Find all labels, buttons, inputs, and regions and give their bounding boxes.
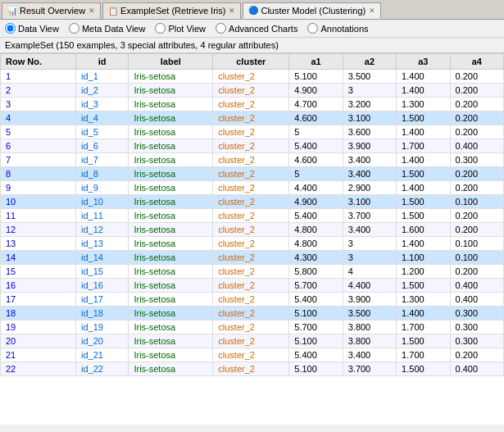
table-row: 20id_20Iris-setosacluster_25.1003.8001.5… (1, 334, 504, 348)
table-cell: 0.100 (450, 195, 503, 209)
tab-cluster-model[interactable]: 🔵 Cluster Model (Clustering) ✕ (243, 2, 381, 19)
tab-exampleset[interactable]: 📋 ExampleSet (Retrieve Iris) ✕ (102, 2, 241, 19)
table-cell: 17 (1, 293, 76, 307)
table-cell: 13 (1, 237, 76, 251)
dataset-info-text: ExampleSet (150 examples, 3 special attr… (5, 40, 279, 50)
table-cell: 1.400 (397, 84, 450, 98)
table-cell: 20 (1, 334, 76, 348)
meta-data-view-label: Meta Data View (82, 24, 145, 34)
view-options-bar: Data View Meta Data View Plot View Advan… (0, 20, 504, 38)
table-row: 7id_7Iris-setosacluster_24.6003.4001.400… (1, 153, 504, 167)
tab-cluster-model-close[interactable]: ✕ (369, 7, 375, 15)
table-cell: 1.500 (397, 167, 450, 181)
data-view-option[interactable]: Data View (5, 23, 59, 34)
meta-data-view-option[interactable]: Meta Data View (69, 23, 145, 34)
table-cell: 3.700 (343, 362, 396, 376)
table-cell: 4.400 (343, 279, 396, 293)
table-cell: Iris-setosa (129, 348, 213, 362)
table-cell: cluster_2 (213, 362, 289, 376)
tab-result-overview[interactable]: 📊 Result Overview ✕ (2, 2, 101, 19)
col-header-cluster: cluster (213, 54, 289, 70)
col-header-a2: a2 (343, 54, 396, 70)
table-cell: 5 (1, 125, 76, 139)
table-cell: 2 (1, 84, 76, 98)
col-header-a3: a3 (397, 54, 450, 70)
table-cell: cluster_2 (213, 195, 289, 209)
table-cell: 1.500 (397, 111, 450, 125)
advanced-charts-option[interactable]: Advanced Charts (216, 23, 297, 34)
table-cell: 0.400 (450, 279, 503, 293)
table-cell: 10 (1, 195, 76, 209)
table-cell: cluster_2 (213, 153, 289, 167)
table-cell: id_18 (75, 307, 128, 321)
table-row: 8id_8Iris-setosacluster_253.4001.5000.20… (1, 167, 504, 181)
plot-view-label: Plot View (168, 24, 206, 34)
table-cell: 4.600 (289, 153, 343, 167)
table-cell: Iris-setosa (129, 70, 213, 84)
table-row: 5id_5Iris-setosacluster_253.6001.4000.20… (1, 125, 504, 139)
table-cell: 5.700 (289, 321, 343, 334)
table-row: 2id_2Iris-setosacluster_24.90031.4000.20… (1, 84, 504, 98)
table-cell: id_14 (75, 251, 128, 265)
table-row: 3id_3Iris-setosacluster_24.7003.2001.300… (1, 98, 504, 111)
table-cell: id_7 (75, 153, 128, 167)
table-cell: 1 (1, 70, 76, 84)
table-cell: 0.200 (450, 209, 503, 223)
table-cell: 5.800 (289, 265, 343, 279)
table-cell: cluster_2 (213, 181, 289, 195)
table-cell: 3 (343, 237, 396, 251)
table-cell: Iris-setosa (129, 111, 213, 125)
table-cell: 1.400 (397, 307, 450, 321)
table-cell: 18 (1, 307, 76, 321)
annotations-radio[interactable] (307, 23, 318, 34)
table-cell: 0.300 (450, 321, 503, 334)
table-cell: 1.700 (397, 321, 450, 334)
table-row: 16id_16Iris-setosacluster_25.7004.4001.5… (1, 279, 504, 293)
table-cell: 1.700 (397, 139, 450, 153)
plot-view-radio[interactable] (155, 23, 166, 34)
table-cell: 0.200 (450, 181, 503, 195)
table-row: 18id_18Iris-setosacluster_25.1003.5001.4… (1, 307, 504, 321)
data-table: Row No. id label cluster a1 a2 a3 a4 1id… (0, 53, 504, 376)
table-cell: id_1 (75, 70, 128, 84)
plot-view-option[interactable]: Plot View (155, 23, 206, 34)
table-cell: 9 (1, 181, 76, 195)
table-cell: 0.200 (450, 167, 503, 181)
col-header-label: label (129, 54, 213, 70)
annotations-label: Annotations (320, 24, 368, 34)
table-cell: cluster_2 (213, 70, 289, 84)
table-cell: 0.200 (450, 223, 503, 237)
tab-cluster-model-label: Cluster Model (Clustering) (261, 6, 366, 16)
tab-result-overview-close[interactable]: ✕ (89, 7, 95, 15)
table-cell: Iris-setosa (129, 293, 213, 307)
table-cell: cluster_2 (213, 334, 289, 348)
tab-exampleset-close[interactable]: ✕ (229, 7, 235, 15)
table-cell: id_17 (75, 293, 128, 307)
table-cell: 4.900 (289, 195, 343, 209)
table-cell: 3 (343, 84, 396, 98)
table-cell: id_11 (75, 209, 128, 223)
table-cell: 1.500 (397, 209, 450, 223)
meta-data-view-radio[interactable] (69, 23, 79, 34)
table-cell: id_12 (75, 223, 128, 237)
table-cell: 1.500 (397, 334, 450, 348)
table-cell: 0.200 (450, 98, 503, 111)
table-cell: cluster_2 (213, 321, 289, 334)
table-cell: id_3 (75, 98, 128, 111)
advanced-charts-radio[interactable] (216, 23, 226, 34)
table-cell: 22 (1, 362, 76, 376)
table-cell: 1.600 (397, 223, 450, 237)
table-cell: 21 (1, 348, 76, 362)
result-overview-icon: 📊 (7, 7, 17, 16)
table-cell: 0.200 (450, 265, 503, 279)
table-cell: Iris-setosa (129, 181, 213, 195)
data-table-container[interactable]: Row No. id label cluster a1 a2 a3 a4 1id… (0, 53, 504, 425)
annotations-option[interactable]: Annotations (307, 23, 368, 34)
data-view-radio[interactable] (5, 23, 16, 34)
table-cell: 1.400 (397, 153, 450, 167)
table-cell: 3 (1, 98, 76, 111)
table-cell: 14 (1, 251, 76, 265)
table-cell: 3.800 (343, 321, 396, 334)
table-cell: 4.900 (289, 84, 343, 98)
table-cell: id_5 (75, 125, 128, 139)
